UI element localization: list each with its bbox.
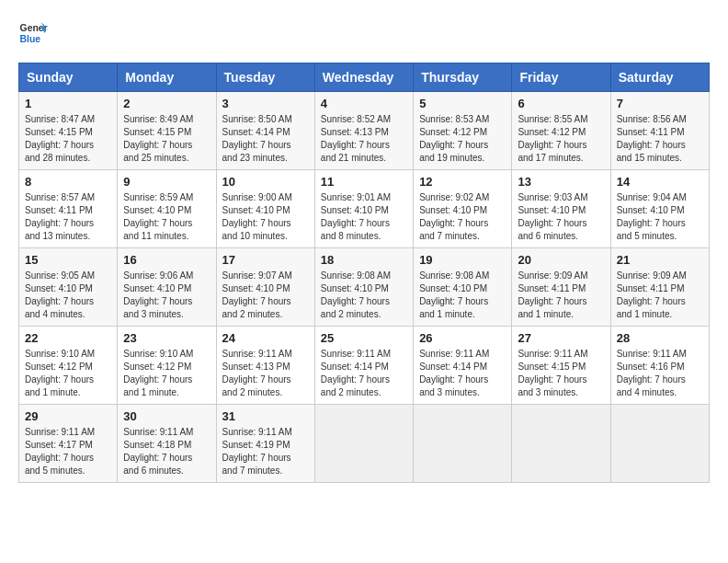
calendar-table: SundayMondayTuesdayWednesdayThursdayFrid… bbox=[18, 63, 710, 483]
day-info: Sunrise: 9:02 AMSunset: 4:10 PMDaylight:… bbox=[419, 191, 506, 243]
calendar-cell: 2 Sunrise: 8:49 AMSunset: 4:15 PMDayligh… bbox=[118, 92, 216, 170]
day-info: Sunrise: 9:11 AMSunset: 4:19 PMDaylight:… bbox=[222, 426, 309, 477]
calendar-cell: 9 Sunrise: 8:59 AMSunset: 4:10 PMDayligh… bbox=[118, 170, 216, 248]
calendar-cell: 30 Sunrise: 9:11 AMSunset: 4:18 PMDaylig… bbox=[118, 405, 216, 483]
day-info: Sunrise: 8:52 AMSunset: 4:13 PMDaylight:… bbox=[321, 113, 407, 165]
logo-icon: General Blue bbox=[18, 18, 48, 48]
calendar-cell: 5 Sunrise: 8:53 AMSunset: 4:12 PMDayligh… bbox=[414, 92, 512, 170]
day-number: 21 bbox=[617, 253, 703, 267]
day-info: Sunrise: 9:06 AMSunset: 4:10 PMDaylight:… bbox=[123, 270, 210, 321]
day-number: 4 bbox=[321, 97, 407, 110]
day-number: 23 bbox=[123, 331, 210, 345]
calendar-cell: 27 Sunrise: 9:11 AMSunset: 4:15 PMDaylig… bbox=[512, 327, 610, 405]
calendar-cell: 31 Sunrise: 9:11 AMSunset: 4:19 PMDaylig… bbox=[216, 405, 314, 483]
day-info: Sunrise: 9:10 AMSunset: 4:12 PMDaylight:… bbox=[25, 348, 111, 399]
day-number: 24 bbox=[222, 331, 309, 345]
weekday-header-thursday: Thursday bbox=[414, 63, 512, 92]
day-number: 19 bbox=[419, 253, 506, 267]
calendar-cell: 14 Sunrise: 9:04 AMSunset: 4:10 PMDaylig… bbox=[610, 170, 709, 248]
day-number: 26 bbox=[419, 331, 506, 345]
day-number: 25 bbox=[321, 331, 407, 345]
day-info: Sunrise: 9:03 AMSunset: 4:10 PMDaylight:… bbox=[518, 191, 604, 243]
day-info: Sunrise: 8:50 AMSunset: 4:14 PMDaylight:… bbox=[222, 113, 309, 165]
day-info: Sunrise: 9:10 AMSunset: 4:12 PMDaylight:… bbox=[123, 348, 210, 399]
svg-text:Blue: Blue bbox=[20, 34, 41, 44]
day-info: Sunrise: 9:11 AMSunset: 4:14 PMDaylight:… bbox=[321, 348, 407, 399]
weekday-header-saturday: Saturday bbox=[610, 63, 709, 92]
day-info: Sunrise: 8:47 AMSunset: 4:15 PMDaylight:… bbox=[25, 113, 111, 165]
day-info: Sunrise: 8:53 AMSunset: 4:12 PMDaylight:… bbox=[419, 113, 506, 165]
calendar-cell: 6 Sunrise: 8:55 AMSunset: 4:12 PMDayligh… bbox=[512, 92, 610, 170]
calendar-week-3: 15 Sunrise: 9:05 AMSunset: 4:10 PMDaylig… bbox=[19, 248, 710, 327]
calendar-cell: 18 Sunrise: 9:08 AMSunset: 4:10 PMDaylig… bbox=[314, 248, 413, 327]
calendar-cell: 22 Sunrise: 9:10 AMSunset: 4:12 PMDaylig… bbox=[19, 327, 118, 405]
day-number: 28 bbox=[617, 331, 703, 345]
calendar-week-1: 1 Sunrise: 8:47 AMSunset: 4:15 PMDayligh… bbox=[19, 92, 710, 170]
day-info: Sunrise: 9:05 AMSunset: 4:10 PMDaylight:… bbox=[25, 270, 111, 321]
day-number: 15 bbox=[25, 253, 111, 267]
day-info: Sunrise: 9:11 AMSunset: 4:16 PMDaylight:… bbox=[617, 348, 703, 399]
calendar-week-4: 22 Sunrise: 9:10 AMSunset: 4:12 PMDaylig… bbox=[19, 327, 710, 405]
day-number: 3 bbox=[222, 97, 309, 110]
day-number: 18 bbox=[321, 253, 407, 267]
day-number: 11 bbox=[321, 175, 407, 189]
calendar-cell: 1 Sunrise: 8:47 AMSunset: 4:15 PMDayligh… bbox=[19, 92, 118, 170]
weekday-header-friday: Friday bbox=[512, 63, 610, 92]
day-number: 10 bbox=[222, 175, 309, 189]
day-info: Sunrise: 9:08 AMSunset: 4:10 PMDaylight:… bbox=[419, 270, 506, 321]
calendar-cell: 29 Sunrise: 9:11 AMSunset: 4:17 PMDaylig… bbox=[19, 405, 118, 483]
day-info: Sunrise: 9:11 AMSunset: 4:17 PMDaylight:… bbox=[25, 426, 111, 477]
day-info: Sunrise: 9:00 AMSunset: 4:10 PMDaylight:… bbox=[222, 191, 309, 243]
day-info: Sunrise: 8:57 AMSunset: 4:11 PMDaylight:… bbox=[25, 191, 111, 243]
day-info: Sunrise: 8:55 AMSunset: 4:12 PMDaylight:… bbox=[518, 113, 604, 165]
calendar-week-5: 29 Sunrise: 9:11 AMSunset: 4:17 PMDaylig… bbox=[19, 405, 710, 483]
calendar-cell: 12 Sunrise: 9:02 AMSunset: 4:10 PMDaylig… bbox=[414, 170, 512, 248]
day-info: Sunrise: 9:08 AMSunset: 4:10 PMDaylight:… bbox=[321, 270, 407, 321]
weekday-header-tuesday: Tuesday bbox=[216, 63, 314, 92]
calendar-cell: 20 Sunrise: 9:09 AMSunset: 4:11 PMDaylig… bbox=[512, 248, 610, 327]
weekday-header-wednesday: Wednesday bbox=[314, 63, 413, 92]
day-info: Sunrise: 9:11 AMSunset: 4:15 PMDaylight:… bbox=[518, 348, 604, 399]
calendar-cell bbox=[414, 405, 512, 483]
day-info: Sunrise: 9:11 AMSunset: 4:18 PMDaylight:… bbox=[123, 426, 210, 477]
day-number: 6 bbox=[518, 97, 604, 110]
day-info: Sunrise: 9:07 AMSunset: 4:10 PMDaylight:… bbox=[222, 270, 309, 321]
logo: General Blue bbox=[18, 18, 51, 48]
calendar-cell: 7 Sunrise: 8:56 AMSunset: 4:11 PMDayligh… bbox=[610, 92, 709, 170]
day-info: Sunrise: 8:59 AMSunset: 4:10 PMDaylight:… bbox=[123, 191, 210, 243]
calendar-cell: 24 Sunrise: 9:11 AMSunset: 4:13 PMDaylig… bbox=[216, 327, 314, 405]
calendar-cell bbox=[314, 405, 413, 483]
calendar-cell: 16 Sunrise: 9:06 AMSunset: 4:10 PMDaylig… bbox=[118, 248, 216, 327]
calendar-cell: 23 Sunrise: 9:10 AMSunset: 4:12 PMDaylig… bbox=[118, 327, 216, 405]
day-number: 12 bbox=[419, 175, 506, 189]
calendar-cell bbox=[512, 405, 610, 483]
day-number: 27 bbox=[518, 331, 604, 345]
calendar-cell: 21 Sunrise: 9:09 AMSunset: 4:11 PMDaylig… bbox=[610, 248, 709, 327]
calendar-cell: 19 Sunrise: 9:08 AMSunset: 4:10 PMDaylig… bbox=[414, 248, 512, 327]
day-number: 13 bbox=[518, 175, 604, 189]
calendar-cell: 25 Sunrise: 9:11 AMSunset: 4:14 PMDaylig… bbox=[314, 327, 413, 405]
day-info: Sunrise: 9:09 AMSunset: 4:11 PMDaylight:… bbox=[518, 270, 604, 321]
calendar-cell: 3 Sunrise: 8:50 AMSunset: 4:14 PMDayligh… bbox=[216, 92, 314, 170]
day-info: Sunrise: 9:01 AMSunset: 4:10 PMDaylight:… bbox=[321, 191, 407, 243]
day-info: Sunrise: 9:09 AMSunset: 4:11 PMDaylight:… bbox=[617, 270, 703, 321]
day-number: 5 bbox=[419, 97, 506, 110]
day-number: 14 bbox=[617, 175, 703, 189]
day-number: 22 bbox=[25, 331, 111, 345]
day-number: 8 bbox=[25, 175, 111, 189]
day-number: 31 bbox=[222, 409, 309, 423]
day-number: 30 bbox=[123, 409, 210, 423]
day-number: 2 bbox=[123, 97, 210, 110]
calendar-cell: 15 Sunrise: 9:05 AMSunset: 4:10 PMDaylig… bbox=[19, 248, 118, 327]
calendar-cell: 8 Sunrise: 8:57 AMSunset: 4:11 PMDayligh… bbox=[19, 170, 118, 248]
page-header: General Blue bbox=[18, 18, 710, 48]
calendar-cell: 26 Sunrise: 9:11 AMSunset: 4:14 PMDaylig… bbox=[414, 327, 512, 405]
day-number: 17 bbox=[222, 253, 309, 267]
day-number: 9 bbox=[123, 175, 210, 189]
calendar-week-2: 8 Sunrise: 8:57 AMSunset: 4:11 PMDayligh… bbox=[19, 170, 710, 248]
calendar-cell: 10 Sunrise: 9:00 AMSunset: 4:10 PMDaylig… bbox=[216, 170, 314, 248]
day-info: Sunrise: 8:49 AMSunset: 4:15 PMDaylight:… bbox=[123, 113, 210, 165]
calendar-cell: 11 Sunrise: 9:01 AMSunset: 4:10 PMDaylig… bbox=[314, 170, 413, 248]
calendar-cell: 28 Sunrise: 9:11 AMSunset: 4:16 PMDaylig… bbox=[610, 327, 709, 405]
day-number: 29 bbox=[25, 409, 111, 423]
